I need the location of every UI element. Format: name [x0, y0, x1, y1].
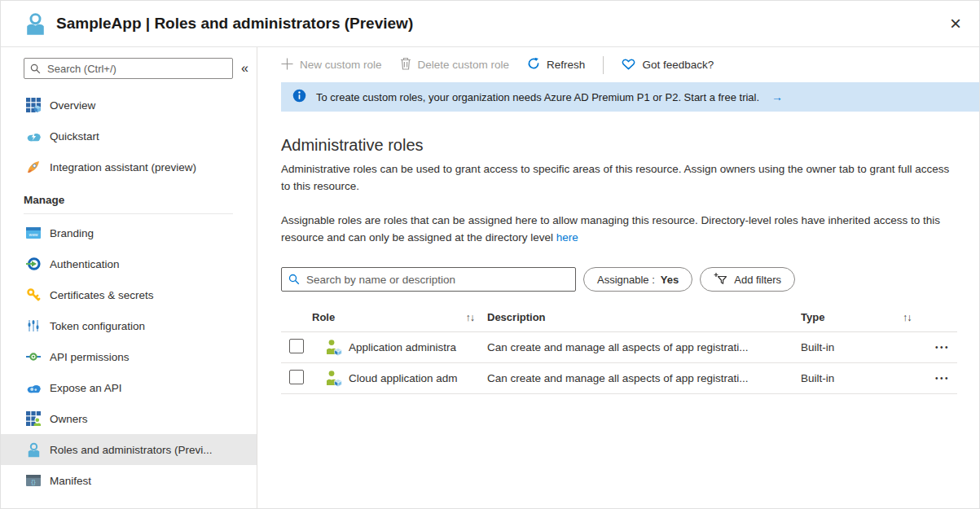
role-person-cube-icon [324, 339, 342, 357]
type-column-header[interactable]: Type [801, 311, 903, 323]
svg-text:{}: {} [31, 478, 36, 485]
sidebar: « Overview Quickstart [1, 47, 257, 508]
panel-header: SampleApp | Roles and administrators (Pr… [1, 1, 979, 47]
table-row[interactable]: Application administra Can create and ma… [281, 332, 957, 363]
search-icon [288, 274, 300, 288]
role-description: Can create and manage all aspects of app… [487, 372, 801, 384]
panel-body: « Overview Quickstart [1, 47, 979, 508]
sidebar-item-label: Owners [50, 413, 88, 425]
plus-icon [281, 58, 293, 72]
sidebar-item-label: Manifest [50, 475, 91, 487]
refresh-button[interactable]: Refresh [527, 57, 585, 72]
expose-api-cloud-icon [25, 382, 42, 394]
app-registration-icon [25, 12, 46, 36]
sidebar-item-label: Authentication [50, 258, 120, 270]
sidebar-divider [24, 213, 233, 214]
sliders-icon [25, 318, 42, 333]
sidebar-item-label: Branding [50, 227, 94, 239]
banner-arrow-link[interactable]: → [771, 90, 783, 103]
assignable-text: Assignable roles are roles that can be a… [281, 214, 940, 244]
page-content: Administrative roles Administrative role… [257, 112, 979, 394]
roles-table: Role ↑↓ Description Type ↑↓ [281, 303, 957, 394]
table-header: Role ↑↓ Description Type ↑↓ [281, 303, 957, 332]
intro-paragraph: Administrative roles can be used to gran… [281, 160, 957, 195]
assignable-filter-label: Assignable : [597, 274, 655, 286]
api-permissions-icon [25, 352, 42, 362]
row-checkbox[interactable] [289, 370, 304, 384]
roles-person-icon [25, 442, 42, 458]
owners-grid-person-icon [25, 411, 42, 426]
role-person-cube-icon [324, 370, 342, 388]
assignable-filter-pill[interactable]: Assignable : Yes [583, 267, 692, 292]
manage-section-label: Manage [1, 187, 257, 212]
overview-grid-icon [25, 98, 42, 112]
role-name: Application administra [349, 341, 456, 353]
add-filters-label: Add filters [734, 274, 781, 286]
key-icon [25, 287, 42, 302]
sidebar-item-owners[interactable]: Owners [1, 403, 257, 434]
row-menu-icon[interactable]: ••• [935, 374, 963, 383]
sidebar-item-label: API permissions [50, 351, 130, 363]
role-name: Cloud application adm [349, 372, 458, 384]
role-cell: Cloud application adm [312, 370, 487, 388]
sidebar-item-certificates-secrets[interactable]: Certificates & secrets [1, 279, 257, 310]
role-type: Built-in [801, 372, 903, 384]
roles-administrators-panel: { "colors": { "accent": "#0078d4", "bann… [0, 0, 980, 509]
sidebar-item-integration-assistant[interactable]: Integration assistant (preview) [1, 151, 257, 182]
banner-message: To create custom roles, your organizatio… [316, 91, 759, 103]
here-link[interactable]: here [556, 231, 578, 244]
role-column-header[interactable]: Role ↑↓ [312, 311, 487, 323]
roles-search-input[interactable] [281, 267, 576, 292]
sidebar-item-label: Token configuration [50, 320, 145, 332]
main-content: New custom role Delete custom role Refre… [257, 47, 979, 508]
sidebar-item-authentication[interactable]: Authentication [1, 248, 257, 279]
trash-icon [400, 57, 411, 72]
assignable-filter-value: Yes [661, 274, 679, 286]
new-custom-role-button[interactable]: New custom role [281, 58, 382, 72]
info-banner: To create custom roles, your organizatio… [281, 82, 979, 112]
roles-search [281, 267, 576, 292]
sidebar-item-manifest[interactable]: {} Manifest [1, 465, 257, 496]
sidebar-search-row: « [1, 58, 257, 79]
section-heading: Administrative roles [281, 136, 957, 155]
got-feedback-button[interactable]: Got feedback? [622, 58, 714, 72]
rocket-icon [25, 160, 42, 174]
sidebar-item-label: Roles and administrators (Previ... [50, 444, 213, 456]
add-filters-pill[interactable]: Add filters [700, 267, 795, 292]
sidebar-item-roles-administrators[interactable]: Roles and administrators (Previ... [1, 434, 257, 465]
row-menu-icon[interactable]: ••• [935, 343, 963, 352]
heart-icon [622, 58, 635, 72]
authentication-icon [25, 257, 42, 271]
sort-icon[interactable]: ↑↓ [466, 312, 475, 323]
sidebar-item-overview[interactable]: Overview [1, 90, 257, 121]
branding-browser-icon: www [25, 227, 42, 239]
role-cell: Application administra [312, 339, 487, 357]
assignable-paragraph: Assignable roles are roles that can be a… [281, 212, 957, 246]
role-description: Can create and manage all aspects of app… [487, 341, 801, 353]
sidebar-item-quickstart[interactable]: Quickstart [1, 121, 257, 151]
toolbar-separator [603, 56, 604, 74]
sidebar-item-branding[interactable]: www Branding [1, 217, 257, 248]
sidebar-search [24, 58, 233, 79]
collapse-sidebar-icon[interactable]: « [241, 61, 248, 76]
sidebar-item-label: Expose an API [50, 382, 122, 394]
table-row[interactable]: Cloud application adm Can create and man… [281, 363, 957, 394]
delete-custom-role-button[interactable]: Delete custom role [400, 57, 510, 72]
row-checkbox[interactable] [289, 339, 304, 353]
info-icon [292, 89, 306, 105]
sidebar-item-label: Certificates & secrets [50, 289, 154, 301]
type-sort[interactable]: ↑↓ [903, 311, 935, 323]
role-type: Built-in [801, 341, 903, 353]
sidebar-item-token-configuration[interactable]: Token configuration [1, 310, 257, 341]
sidebar-item-expose-api[interactable]: Expose an API [1, 372, 257, 403]
description-column-header[interactable]: Description [487, 311, 801, 323]
svg-text:www: www [29, 232, 38, 237]
sort-icon: ↑↓ [903, 312, 912, 323]
add-filter-funnel-icon [714, 272, 728, 287]
row-checkbox-cell [281, 339, 312, 356]
quickstart-cloud-icon [25, 130, 42, 143]
manifest-icon: {} [25, 475, 42, 486]
sidebar-item-api-permissions[interactable]: API permissions [1, 341, 257, 372]
sidebar-search-input[interactable] [24, 58, 233, 79]
close-icon[interactable]: × [950, 14, 961, 33]
